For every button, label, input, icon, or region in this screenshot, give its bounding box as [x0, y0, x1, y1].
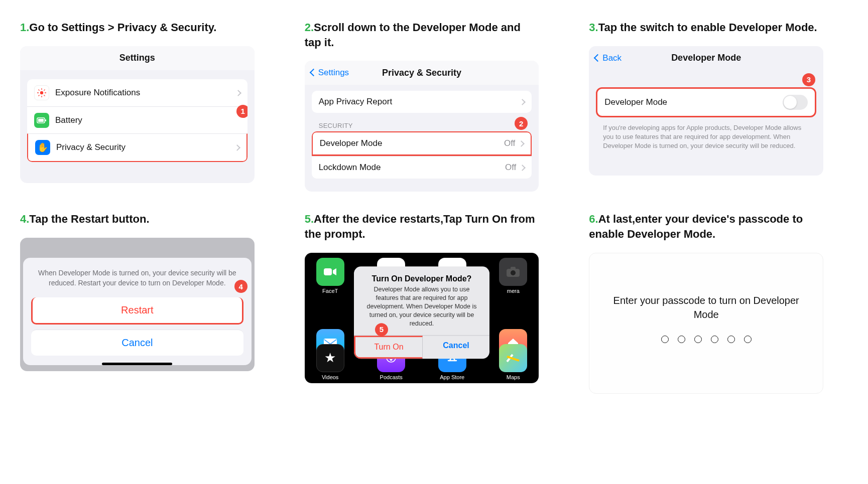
- chevron-right-icon: [520, 163, 525, 173]
- turn-on-label: Turn On: [374, 343, 403, 351]
- step-4-caption: 4.Tap the Restart button.: [20, 212, 255, 227]
- passcode-dot: [727, 336, 735, 343]
- security-section-label: SECURITY 2: [319, 122, 525, 129]
- back-label: Back: [602, 53, 622, 63]
- step-3-number: 3.: [589, 21, 598, 34]
- cancel-button[interactable]: Cancel: [31, 330, 243, 356]
- cell-exposure-label: Exposure Notifications: [55, 88, 140, 98]
- camera-icon: [499, 258, 527, 286]
- developer-mode-panel: Back Developer Mode 3 Developer Mode If …: [589, 46, 823, 176]
- videos-label: Videos: [322, 374, 338, 380]
- step-4-text: Tap the Restart button.: [29, 213, 149, 225]
- app-videos[interactable]: ★Videos: [313, 344, 348, 380]
- chevron-left-icon: [311, 68, 317, 78]
- passcode-dot: [711, 336, 718, 343]
- appstore-label: App Store: [440, 374, 464, 380]
- step-6: 6.At last,enter your device's passcode t…: [589, 212, 823, 393]
- step-2-caption: 2.Scroll down to the Developer Mode and …: [305, 20, 539, 50]
- passcode-dots[interactable]: [599, 336, 813, 343]
- passcode-dot: [678, 336, 685, 343]
- camera-label: mera: [507, 288, 520, 294]
- settings-title: Settings: [119, 53, 155, 63]
- step-6-number: 6.: [589, 213, 598, 225]
- step-4: 4.Tap the Restart button. When Developer…: [20, 212, 255, 393]
- restart-sheet: When Developer Mode is turned on, your d…: [23, 258, 252, 365]
- settings-header: Settings: [20, 46, 255, 70]
- svg-line-8: [44, 89, 45, 90]
- app-privacy-group: App Privacy Report: [312, 91, 532, 113]
- restart-sheet-backdrop: When Developer Mode is turned on, your d…: [20, 238, 255, 371]
- cell-battery[interactable]: Battery 1: [27, 106, 247, 134]
- svg-rect-11: [45, 119, 46, 121]
- step-6-text: At last,enter your device's passcode to …: [589, 213, 803, 240]
- privacy-security-panel: Settings Privacy & Security App Privacy …: [305, 61, 539, 192]
- svg-point-0: [40, 91, 43, 94]
- chevron-right-icon: [520, 97, 525, 107]
- cell-exposure-notifications[interactable]: Exposure Notifications: [27, 79, 247, 106]
- videos-icon: ★: [316, 344, 344, 372]
- chevron-right-icon: [519, 138, 524, 148]
- alert-body: Developer Mode allows you to use feature…: [354, 286, 489, 335]
- app-privacy-label: App Privacy Report: [319, 97, 392, 107]
- step-1-caption: 1.Go to Settings > Privacy & Security.: [20, 20, 255, 35]
- facetime-label: FaceT: [322, 288, 338, 294]
- privacy-title: Privacy & Security: [382, 68, 461, 78]
- cancel-button-label: Cancel: [121, 337, 153, 348]
- step-5-text: After the device restarts,Tap Turn On fr…: [305, 213, 535, 240]
- step-2-text: Scroll down to the Developer Mode and ta…: [305, 21, 521, 49]
- svg-line-5: [39, 89, 40, 90]
- devmode-footer-note: If you're developing apps for Apple prod…: [603, 123, 809, 151]
- lockdown-mode-label: Lockdown Mode: [319, 163, 381, 173]
- cell-privacy-label: Privacy & Security: [56, 142, 126, 152]
- step-5: 5.After the device restarts,Tap Turn On …: [305, 212, 539, 393]
- app-maps[interactable]: Maps: [495, 344, 531, 380]
- cell-privacy-security[interactable]: ✋ Privacy & Security: [27, 133, 247, 162]
- back-button[interactable]: Settings: [311, 68, 349, 78]
- cell-lockdown-mode[interactable]: Lockdown Mode Off: [312, 156, 532, 179]
- step-1-number: 1.: [20, 21, 29, 34]
- devmode-cell-label: Developer Mode: [604, 97, 667, 107]
- turn-on-button[interactable]: Turn On: [354, 336, 423, 359]
- step-3: 3.Tap the switch to enable Developer Mod…: [589, 20, 823, 192]
- settings-list: Exposure Notifications Battery 1 ✋: [27, 79, 247, 162]
- step-4-number: 4.: [20, 213, 29, 225]
- alert-cancel-button[interactable]: Cancel: [423, 336, 489, 359]
- security-section-text: SECURITY: [319, 122, 353, 129]
- svg-point-20: [511, 270, 516, 275]
- svg-rect-10: [38, 119, 44, 122]
- devmode-header: Back Developer Mode: [589, 46, 823, 70]
- cell-developer-mode-toggle[interactable]: Developer Mode: [597, 89, 815, 116]
- cell-battery-label: Battery: [55, 115, 82, 125]
- lockdown-mode-value: Off: [505, 163, 516, 173]
- alert-body-text: Developer Mode allows you to use feature…: [367, 286, 477, 328]
- badge-3: 3: [802, 73, 815, 86]
- cell-app-privacy-report[interactable]: App Privacy Report: [312, 91, 532, 113]
- svg-rect-21: [511, 267, 516, 270]
- turn-on-alert: Turn On Developer Mode? Developer Mode a…: [354, 267, 489, 359]
- alert-title: Turn On Developer Mode?: [354, 267, 489, 286]
- devmode-title: Developer Mode: [671, 53, 741, 63]
- restart-sheet-text: When Developer Mode is turned on, your d…: [31, 268, 243, 297]
- svg-line-7: [39, 95, 40, 96]
- badge-4: 4: [234, 280, 247, 293]
- step-6-caption: 6.At last,enter your device's passcode t…: [589, 212, 823, 241]
- app-facetime[interactable]: FaceT: [313, 258, 348, 294]
- developer-mode-label: Developer Mode: [320, 138, 383, 148]
- cell-developer-mode[interactable]: Developer Mode Off: [312, 131, 532, 156]
- restart-button[interactable]: Restart: [31, 297, 243, 325]
- badge-5: 5: [375, 323, 388, 336]
- back-button[interactable]: Back: [595, 53, 622, 63]
- chevron-right-icon: [236, 88, 240, 98]
- passcode-prompt: Enter your passcode to turn on Developer…: [599, 293, 813, 321]
- hand-icon: ✋: [35, 140, 50, 155]
- alert-cancel-label: Cancel: [443, 341, 469, 350]
- step-2: 2.Scroll down to the Developer Mode and …: [305, 20, 539, 192]
- restart-button-label: Restart: [121, 304, 153, 315]
- svg-line-6: [44, 95, 45, 96]
- security-group: Developer Mode Off Lockdown Mode Off: [312, 131, 532, 179]
- developer-mode-toggle[interactable]: [783, 95, 808, 110]
- step-2-number: 2.: [305, 21, 314, 34]
- app-camera[interactable]: mera: [495, 258, 531, 294]
- svg-rect-12: [324, 268, 332, 275]
- step-1-text: Go to Settings > Privacy & Security.: [29, 21, 216, 34]
